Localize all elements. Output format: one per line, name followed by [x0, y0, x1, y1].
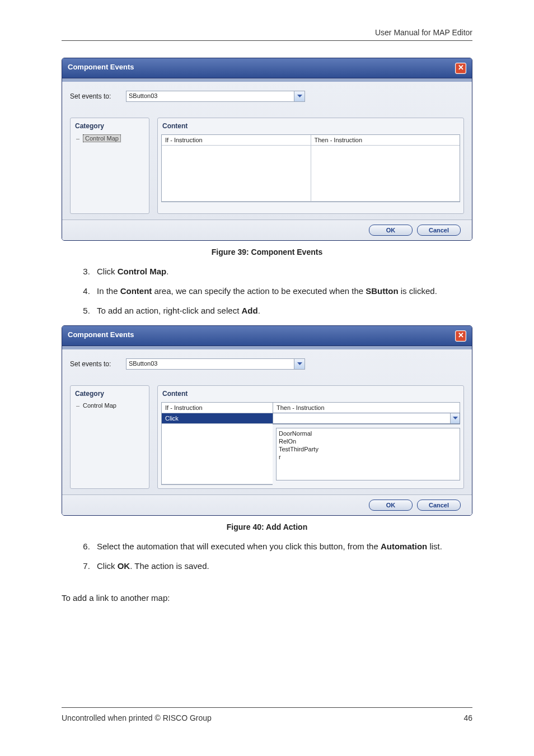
list-item[interactable]: TestThirdParty — [279, 445, 457, 453]
combo-value — [273, 413, 450, 423]
step-bold: Content — [120, 286, 152, 296]
then-instruction-combo[interactable] — [273, 413, 460, 424]
step-text: To add an action, right-click and select — [97, 306, 241, 315]
link-map-paragraph: To add a link to another map: — [62, 593, 472, 603]
dialog2-titlebar: Component Events ✕ — [62, 326, 472, 349]
col-then-instruction: Then - Instruction — [273, 403, 460, 413]
set-events-to-label: Set events to: — [70, 360, 115, 368]
component-events-dialog-1: Component Events ✕ Set events to: SButto… — [62, 58, 472, 241]
dialog1-title: Component Events — [68, 63, 134, 71]
step-6: Select the automation that will executed… — [92, 542, 472, 551]
page-header-title: User Manual for MAP Editor — [62, 28, 472, 40]
step-text: . — [166, 267, 168, 276]
chevron-down-icon[interactable] — [294, 91, 305, 101]
automation-listbox[interactable]: DoorNormal RelOn TestThirdParty r — [276, 428, 460, 480]
combo-value: SButton03 — [127, 91, 294, 101]
content-heading: Content — [158, 118, 463, 134]
col-then-instruction: Then - Instruction — [311, 135, 460, 146]
close-icon[interactable]: ✕ — [455, 63, 466, 74]
content-panel: Content If - Instruction Then - Instruct… — [157, 118, 464, 214]
step-text: . The action is saved. — [130, 561, 209, 571]
step-7: Click OK. The action is saved. — [92, 561, 472, 571]
col-if-instruction: If - Instruction — [162, 135, 311, 146]
step-text: Click — [97, 561, 118, 571]
content-grid-right[interactable]: Then - Instruction — [273, 402, 460, 424]
content-grid-left[interactable]: If - Instruction Click — [161, 402, 273, 485]
category-heading: Category — [71, 386, 149, 402]
step-text: list. — [427, 542, 442, 551]
category-heading: Category — [71, 118, 149, 134]
steps-list-2: Select the automation that will executed… — [62, 542, 472, 571]
step-bold: Automation — [381, 542, 427, 551]
grid-blank-cell[interactable] — [311, 146, 460, 202]
step-bold: Control Map — [118, 267, 167, 276]
tree-collapse-icon[interactable]: – — [75, 135, 81, 142]
figure-39-caption: Figure 39: Component Events — [62, 248, 472, 256]
content-grid[interactable]: If - Instruction Then - Instruction — [161, 134, 460, 202]
grid-blank-cell[interactable] — [162, 146, 311, 202]
content-heading: Content — [158, 386, 463, 402]
list-item[interactable]: RelOn — [279, 437, 457, 445]
footer-rule — [62, 707, 472, 708]
category-control-map[interactable]: Control Map — [83, 402, 116, 409]
list-item[interactable]: DoorNormal — [279, 430, 457, 437]
dialog2-footer: OK Cancel — [62, 494, 472, 515]
content-panel: Content If - Instruction Click — [157, 385, 464, 489]
step-bold: SButton — [366, 286, 398, 296]
step-text: area, we can specify the action to be ex… — [152, 286, 366, 296]
set-events-to-combo[interactable]: SButton03 — [126, 358, 305, 370]
step-5: To add an action, right-click and select… — [92, 306, 472, 315]
grid-blank-cell[interactable] — [162, 424, 273, 484]
chevron-down-icon[interactable] — [450, 413, 460, 423]
category-control-map[interactable]: Control Map — [83, 134, 121, 142]
ok-button[interactable]: OK — [369, 225, 413, 236]
step-bold: Add — [241, 306, 257, 315]
cancel-button[interactable]: Cancel — [417, 225, 461, 236]
cancel-button[interactable]: Cancel — [417, 500, 461, 511]
category-panel: Category – Control Map — [70, 118, 149, 214]
close-icon[interactable]: ✕ — [455, 330, 466, 342]
step-text: In the — [97, 286, 120, 296]
step-text: Select the automation that will executed… — [97, 542, 381, 551]
dialog1-titlebar: Component Events ✕ — [62, 58, 472, 82]
header-rule — [62, 40, 472, 41]
ok-button[interactable]: OK — [369, 500, 413, 511]
component-events-dialog-2: Component Events ✕ Set events to: SButto… — [62, 325, 472, 516]
dialog1-footer: OK Cancel — [62, 220, 472, 240]
footer-left: Uncontrolled when printed © RISCO Group — [62, 713, 212, 722]
set-events-to-label: Set events to: — [70, 92, 115, 100]
step-3: Click Control Map. — [92, 267, 472, 276]
category-panel: Category – Control Map — [70, 385, 149, 489]
figure-40-caption: Figure 40: Add Action — [62, 522, 472, 531]
steps-list-1: Click Control Map. In the Content area, … — [62, 267, 472, 315]
dialog2-title: Component Events — [68, 330, 134, 339]
step-bold: OK — [118, 561, 130, 571]
if-instruction-click[interactable]: Click — [162, 413, 273, 424]
category-tree-item[interactable]: – Control Map — [75, 134, 144, 142]
col-if-instruction: If - Instruction — [162, 403, 273, 413]
combo-value: SButton03 — [127, 359, 294, 369]
step-text: is clicked. — [399, 286, 437, 296]
step-4: In the Content area, we can specify the … — [92, 286, 472, 296]
tree-collapse-icon[interactable]: – — [75, 402, 81, 409]
category-tree-item[interactable]: – Control Map — [75, 402, 144, 409]
chevron-down-icon[interactable] — [294, 359, 305, 369]
then-instruction-combo-cell[interactable] — [273, 413, 460, 424]
step-text: Click — [97, 267, 118, 276]
step-text: . — [258, 306, 260, 315]
page-number: 46 — [463, 713, 472, 722]
list-item[interactable]: r — [279, 453, 457, 461]
set-events-to-combo[interactable]: SButton03 — [126, 91, 305, 102]
